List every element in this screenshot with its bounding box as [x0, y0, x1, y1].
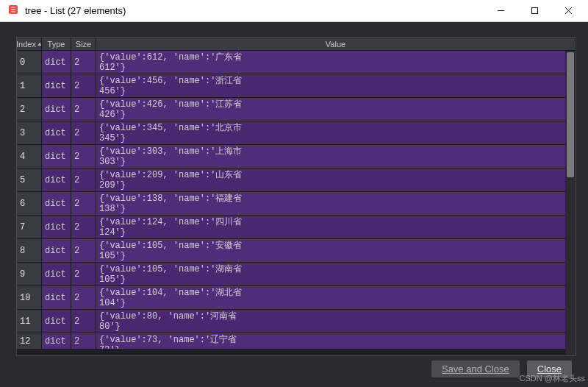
cell-type: dict	[42, 263, 71, 286]
header-type[interactable]: Type	[42, 38, 71, 51]
save-and-close-button[interactable]: Save and Close	[431, 361, 520, 377]
cell-type: dict	[42, 216, 71, 239]
cell-size: 2	[71, 239, 96, 263]
cell-index: 12	[17, 333, 42, 349]
cell-type: dict	[42, 121, 71, 145]
table-body: 0dict2{'value':612, 'name':'广东省 612'}1di…	[17, 51, 576, 355]
cell-index: 5	[17, 168, 42, 192]
cell-type: dict	[42, 286, 71, 310]
cell-index: 7	[17, 216, 42, 239]
table-row[interactable]: 10dict2{'value':104, 'name':'湖北省 104'}	[17, 286, 576, 310]
cell-index: 2	[17, 98, 42, 121]
cell-type: dict	[42, 333, 71, 349]
table-row[interactable]: 8dict2{'value':105, 'name':'安徽省 105'}	[17, 239, 576, 263]
titlebar[interactable]: tree - List (27 elements)	[0, 0, 588, 22]
table-row[interactable]: 0dict2{'value':612, 'name':'广东省 612'}	[17, 51, 576, 74]
window-controls	[484, 1, 585, 21]
table-row[interactable]: 6dict2{'value':138, 'name':'福建省 138'}	[17, 192, 576, 216]
cell-value[interactable]: {'value':105, 'name':'安徽省 105'}	[96, 239, 576, 263]
cell-index: 1	[17, 74, 42, 98]
cell-size: 2	[71, 310, 96, 333]
cell-value[interactable]: {'value':104, 'name':'湖北省 104'}	[96, 286, 576, 310]
cell-type: dict	[42, 145, 71, 168]
cell-size: 2	[71, 121, 96, 145]
table-row[interactable]: 1dict2{'value':456, 'name':'浙江省 456'}	[17, 74, 576, 98]
close-window-button[interactable]	[551, 1, 585, 21]
cell-size: 2	[71, 192, 96, 216]
cell-value[interactable]: {'value':426, 'name':'江苏省 426'}	[96, 98, 576, 121]
vertical-scrollbar[interactable]	[565, 51, 576, 355]
cell-value[interactable]: {'value':612, 'name':'广东省 612'}	[96, 51, 576, 74]
cell-size: 2	[71, 263, 96, 286]
data-table: Index Type Size Value 0dict2{'value':612…	[16, 37, 576, 356]
cell-type: dict	[42, 98, 71, 121]
cell-size: 2	[71, 74, 96, 98]
cell-value[interactable]: {'value':73, 'name':'辽宁省 73'}	[96, 333, 576, 349]
cell-type: dict	[42, 310, 71, 333]
cell-size: 2	[71, 333, 96, 349]
table-row[interactable]: 3dict2{'value':345, 'name':'北京市 345'}	[17, 121, 576, 145]
header-index-label: Index	[17, 40, 36, 49]
cell-size: 2	[71, 51, 96, 74]
watermark: CSDN @林老头ss	[520, 373, 585, 384]
svg-rect-2	[531, 8, 537, 14]
app-window: apptndi结 tree - List (27 elements) Index…	[0, 0, 588, 387]
cell-size: 2	[71, 168, 96, 192]
cell-index: 8	[17, 239, 42, 263]
sort-asc-icon	[37, 43, 42, 46]
table-row[interactable]: 12dict2{'value':73, 'name':'辽宁省 73'}	[17, 333, 576, 349]
cell-type: dict	[42, 74, 71, 98]
cell-value[interactable]: {'value':303, 'name':'上海市 303'}	[96, 145, 576, 168]
app-icon	[7, 4, 19, 18]
cell-size: 2	[71, 98, 96, 121]
cell-type: dict	[42, 168, 71, 192]
table-row[interactable]: 9dict2{'value':105, 'name':'湖南省 105'}	[17, 263, 576, 286]
cell-value[interactable]: {'value':456, 'name':'浙江省 456'}	[96, 74, 576, 98]
cell-size: 2	[71, 216, 96, 239]
maximize-button[interactable]	[517, 1, 551, 21]
cell-value[interactable]: {'value':138, 'name':'福建省 138'}	[96, 192, 576, 216]
cell-index: 0	[17, 51, 42, 74]
cell-size: 2	[71, 286, 96, 310]
cell-type: dict	[42, 239, 71, 263]
cell-index: 3	[17, 121, 42, 145]
table-row[interactable]: 2dict2{'value':426, 'name':'江苏省 426'}	[17, 98, 576, 121]
table-row[interactable]: 4dict2{'value':303, 'name':'上海市 303'}	[17, 145, 576, 168]
cell-index: 10	[17, 286, 42, 310]
table-row[interactable]: 5dict2{'value':209, 'name':'山东省 209'}	[17, 168, 576, 192]
cell-size: 2	[71, 145, 96, 168]
table-header-row: Index Type Size Value	[17, 38, 576, 51]
cell-index: 4	[17, 145, 42, 168]
cell-index: 6	[17, 192, 42, 216]
scrollbar-thumb[interactable]	[567, 52, 574, 177]
cell-value[interactable]: {'value':80, 'name':'河南省 80'}	[96, 310, 576, 333]
cell-index: 11	[17, 310, 42, 333]
header-size[interactable]: Size	[71, 38, 96, 51]
minimize-button[interactable]	[484, 1, 517, 21]
cell-value[interactable]: {'value':124, 'name':'四川省 124'}	[96, 216, 576, 239]
cell-value[interactable]: {'value':209, 'name':'山东省 209'}	[96, 168, 576, 192]
cell-type: dict	[42, 51, 71, 74]
table-row[interactable]: 7dict2{'value':124, 'name':'四川省 124'}	[17, 216, 576, 239]
client-area: Index Type Size Value 0dict2{'value':612…	[0, 22, 588, 387]
cell-value[interactable]: {'value':345, 'name':'北京市 345'}	[96, 121, 576, 145]
header-value[interactable]: Value	[96, 38, 576, 51]
window-title: tree - List (27 elements)	[25, 5, 484, 16]
header-index[interactable]: Index	[17, 38, 42, 51]
cell-value[interactable]: {'value':105, 'name':'湖南省 105'}	[96, 263, 576, 286]
cell-type: dict	[42, 192, 71, 216]
table-row[interactable]: 11dict2{'value':80, 'name':'河南省 80'}	[17, 310, 576, 333]
dialog-footer: Save and Close Close	[16, 356, 576, 381]
cell-index: 9	[17, 263, 42, 286]
